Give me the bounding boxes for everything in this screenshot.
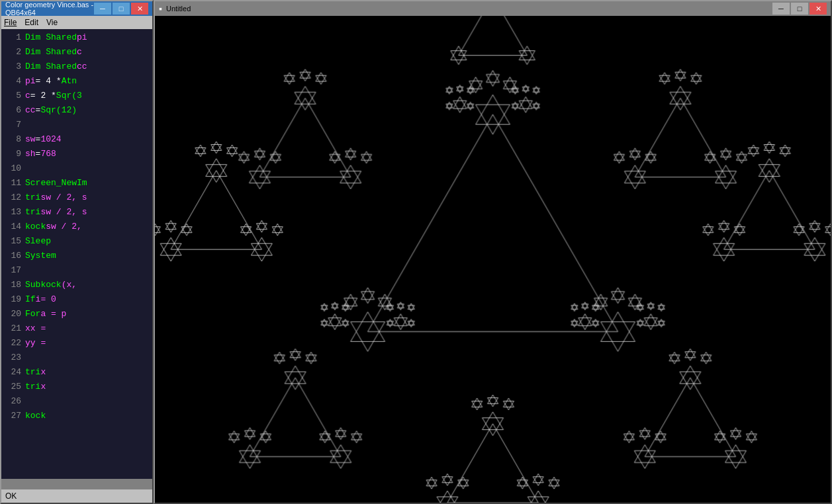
editor-window: Color geometry Vince.bas - QB64x64 ─ □ ✕… — [0, 0, 154, 504]
fractal-display — [155, 16, 831, 503]
code-area: 1234567891011121314151617181920212223242… — [1, 29, 152, 479]
close-button[interactable]: ✕ — [131, 3, 148, 15]
out-maximize-button[interactable]: □ — [791, 3, 808, 15]
menu-view[interactable]: Vie — [46, 18, 58, 27]
code-line: Dim Shared pi — [25, 30, 152, 45]
editor-titlebar: Color geometry Vince.bas - QB64x64 ─ □ ✕ — [1, 1, 152, 16]
code-line: tri sw / 2, s — [25, 190, 152, 205]
out-minimize-button[interactable]: ─ — [772, 3, 790, 15]
editor-menu: File Edit Vie — [1, 16, 152, 29]
code-line: pi = 4 * Atn — [25, 74, 152, 89]
code-line: tri x — [25, 365, 152, 380]
code-line: tri sw / 2, s — [25, 205, 152, 220]
code-line: cc = Sqr(12) — [25, 103, 152, 118]
code-line: Dim Shared cc — [25, 60, 152, 74]
code-line: kock sw / 2, — [25, 220, 152, 234]
code-line — [25, 161, 152, 176]
code-line: sw = 1024 — [25, 132, 152, 147]
output-title: Untitled — [166, 5, 772, 13]
code-line: Screen _NewIm — [25, 176, 152, 190]
code-line: c = 2 * Sqr(3 — [25, 89, 152, 103]
code-line: Sleep — [25, 234, 152, 249]
output-canvas — [155, 16, 831, 503]
maximize-button[interactable]: □ — [113, 3, 130, 15]
code-line: sh = 768 — [25, 147, 152, 161]
output-window: ▪ Untitled ─ □ ✕ — [154, 0, 832, 504]
out-close-button[interactable]: ✕ — [809, 3, 827, 15]
code-line: If i = 0 — [25, 292, 152, 307]
code-line: kock — [25, 409, 152, 423]
menu-edit[interactable]: Edit — [24, 18, 38, 27]
code-line: System — [25, 249, 152, 263]
code-line — [25, 394, 152, 409]
line-numbers: 1234567891011121314151617181920212223242… — [1, 30, 25, 478]
status-bar: OK — [1, 489, 152, 503]
code-line: yy = — [25, 336, 152, 351]
output-icon: ▪ — [159, 3, 162, 14]
menu-file[interactable]: File — [4, 18, 17, 27]
editor-titlebar-controls: ─ □ ✕ — [94, 3, 148, 15]
code-line: tri x — [25, 380, 152, 394]
code-line — [25, 263, 152, 278]
status-ok: OK — [5, 491, 17, 501]
code-line: For a = p — [25, 307, 152, 321]
code-line: Sub kock (x, — [25, 278, 152, 292]
editor-title: Color geometry Vince.bas - QB64x64 — [5, 1, 94, 17]
code-lines[interactable]: Dim Shared piDim Shared cDim Shared ccpi… — [25, 30, 152, 478]
code-line: Dim Shared c — [25, 45, 152, 60]
minimize-button[interactable]: ─ — [94, 3, 111, 15]
output-titlebar: ▪ Untitled ─ □ ✕ — [155, 1, 831, 16]
output-controls: ─ □ ✕ — [772, 3, 827, 15]
code-line — [25, 351, 152, 365]
code-line: xx = — [25, 321, 152, 336]
code-line — [25, 118, 152, 132]
scrollbar[interactable] — [1, 479, 152, 489]
